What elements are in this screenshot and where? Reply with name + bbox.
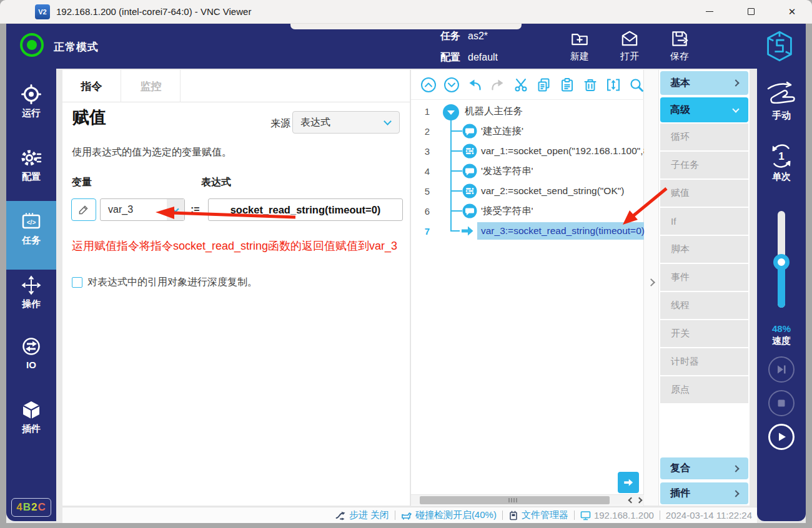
minimize-button[interactable] [695,0,724,23]
source-select[interactable]: 表达式 [292,111,400,134]
category-item-thread[interactable]: 线程 [660,292,748,319]
separator [502,511,503,520]
program-line[interactable]: 3 var_1:=socket_open("192.168.1.100",85 [411,141,645,161]
task-label: 任务 [440,31,460,41]
save-task-button[interactable]: 保存 [660,29,700,65]
manual-mode-label[interactable]: 手动 [757,110,806,122]
sidebar-item-label: 配置 [22,171,41,183]
expand-all-icon[interactable] [443,77,460,93]
window-titlebar: V2 192.168.1.200 (intel-corei7-64:0) - V… [0,0,812,24]
save-task-label: 保存 [670,51,689,62]
program-line-selected[interactable]: 7 var_3:=socket_read_string(timeout=0) [411,221,645,241]
program-line[interactable]: 2 '建立连接' [411,121,645,141]
scrollbar-thumb[interactable] [420,496,610,504]
pencil-icon [78,204,89,215]
single-cycle-icon[interactable]: 1 [768,142,795,170]
program-line[interactable]: 6 '接受字符串' [411,201,645,221]
sidebar-item-label: 任务 [22,235,41,247]
panel-collapse-handle[interactable] [644,70,659,506]
cut-icon[interactable] [513,77,529,93]
category-item-origin[interactable]: 原点 [660,376,748,403]
sidebar-item-config[interactable]: 配置 [6,142,56,202]
vnc-toolbar-notch[interactable] [290,24,522,29]
expression-label: 表达式 [201,176,231,189]
deep-copy-checkbox[interactable] [72,277,82,288]
speed-slider-knob[interactable] [773,254,790,270]
chevron-down-icon [167,199,184,220]
program-line[interactable]: 4 '发送字符串' [411,161,645,181]
category-item-script[interactable]: 脚本 [660,236,748,263]
step-forward-button[interactable] [768,356,795,383]
tab-instruction[interactable]: 指令 [62,70,121,102]
category-item-subtask[interactable]: 子任务 [660,152,748,178]
program-line[interactable]: 1 机器人主任务 [411,101,645,121]
manual-hand-icon[interactable] [765,81,798,107]
chevron-right-icon [732,465,739,472]
close-button[interactable]: ✕ [778,0,806,23]
right-control-sidebar: 手动 1 单次 48% 速度 [757,69,806,521]
category-item-loop[interactable]: 循环 [660,124,748,150]
sidebar-item-task[interactable]: </> 任务 [6,201,56,270]
open-task-button[interactable]: 打开 [610,29,650,65]
insert-icon[interactable] [605,77,621,93]
minimize-icon [706,11,713,12]
horizontal-scrollbar[interactable] [411,494,645,505]
delete-icon[interactable] [582,77,598,93]
category-item-assign[interactable]: 赋值 [660,180,748,207]
collapse-all-icon[interactable] [420,77,437,93]
edit-variable-button[interactable] [71,198,96,221]
jump-to-pointer-button[interactable] [618,472,639,493]
open-task-label: 打开 [620,51,639,62]
play-button[interactable] [768,424,795,450]
assign-symbol: := [191,204,200,215]
scroll-left-icon[interactable] [628,497,635,504]
maximize-button[interactable] [736,0,765,23]
chevron-right-icon [732,79,739,86]
copy-icon[interactable] [536,77,552,93]
category-item-switch[interactable]: 开关 [660,320,748,347]
collision-detect-status[interactable]: 碰撞检测开启(40%) [401,509,497,521]
scroll-right-icon[interactable] [636,497,643,504]
undo-icon[interactable] [467,77,483,93]
category-item-event[interactable]: 事件 [660,264,748,291]
editor-tabs: 指令 监控 [62,70,410,102]
collision-dog-icon [401,511,412,521]
collapse-node-icon[interactable] [442,104,460,121]
sidebar-item-label: IO [26,359,36,370]
vnc-app-icon: V2 [35,4,50,19]
svg-text:</>: </> [27,219,36,226]
step-mode-icon [335,511,346,521]
config-value: default [468,52,498,62]
deep-copy-label: 对表达式中的引用对象进行深度复制。 [87,276,257,289]
run-target-icon [21,84,42,105]
stop-button[interactable] [768,390,795,416]
comment-icon [462,203,477,218]
variable-label: 变量 [72,176,92,189]
category-item-timer[interactable]: 计时器 [660,348,748,375]
sidebar-item-io[interactable]: IO [6,331,56,391]
program-toolbar [411,70,645,100]
category-plugin[interactable]: 插件 [660,482,748,504]
clock-timestamp: 2024-03-14 11:22:24 [666,510,752,521]
new-task-button[interactable]: 新建 [560,29,600,65]
file-manager-link[interactable]: 文件管理器 [508,509,568,521]
paste-icon[interactable] [559,77,575,93]
search-icon[interactable] [628,77,645,93]
sidebar-item-plugin[interactable]: 插件 [6,394,56,454]
sidebar-item-run[interactable]: 运行 [6,79,56,139]
category-item-if[interactable]: If [660,208,748,235]
category-basic[interactable]: 基本 [660,71,748,95]
category-advanced[interactable]: 高级 [660,97,748,122]
redo-icon[interactable] [490,77,506,93]
category-composite[interactable]: 复合 [660,457,748,479]
speed-percent: 48% [757,323,806,334]
tab-monitor[interactable]: 监控 [122,70,181,102]
red-annotation-text: 运用赋值指令将指令socket_read_string函数的返回值赋值到var_… [72,238,409,253]
variable-select[interactable]: var_3 [100,198,185,221]
expression-input[interactable]: socket_read_string(timeout=0) [208,198,403,221]
instruction-editor-panel: 指令 监控 赋值 来源 表达式 使用表达式的值为选定的变量赋值。 变量 表达式 … [62,70,410,506]
single-cycle-label[interactable]: 单次 [757,171,806,183]
step-mode-status[interactable]: 步进 关闭 [335,509,389,521]
sidebar-item-operate[interactable]: 操作 [6,270,56,330]
program-line[interactable]: 5 var_2:=socket_send_string("OK") [411,181,645,201]
